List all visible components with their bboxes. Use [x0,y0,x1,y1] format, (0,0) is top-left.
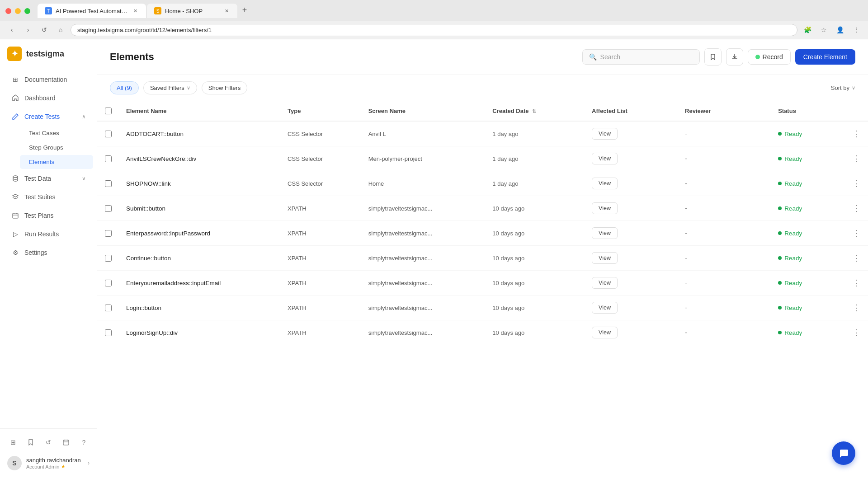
row-type: XPATH [280,271,361,295]
row-checkbox-7[interactable] [105,305,112,311]
profile-button[interactable]: 👤 [834,23,846,36]
tab-close-2[interactable]: ✕ [223,7,230,14]
view-affected-button[interactable]: View [592,277,618,289]
tab-active[interactable]: T AI Powered Test Automation P... ✕ [38,4,146,18]
row-more-button[interactable]: ⋮ [853,303,861,313]
user-info[interactable]: S sangith ravichandran Account Admin ★ › [7,456,90,470]
export-button[interactable] [726,48,743,66]
filter-all[interactable]: All (9) [110,81,139,94]
row-checkbox-2[interactable] [105,180,112,187]
row-created: 10 days ago [485,271,585,295]
view-affected-button[interactable]: View [592,302,618,314]
sidebar-sub-item-elements[interactable]: Elements [20,155,93,169]
col-header-element-name: Element Name [119,101,280,121]
view-affected-button[interactable]: View [592,178,618,189]
sidebar-sub-item-test-cases[interactable]: Test Cases [20,126,93,140]
row-more-button[interactable]: ⋮ [853,203,861,213]
address-bar[interactable]: staging.testsigma.com/groot/td/12/elemen… [71,24,797,36]
status-dot [778,256,782,260]
row-type: XPATH [280,246,361,271]
menu-button[interactable]: ⋮ [850,23,863,36]
traffic-light-yellow[interactable] [15,8,21,14]
traffic-light-green[interactable] [24,8,30,14]
row-checkbox-0[interactable] [105,131,112,137]
grid-view-icon[interactable]: ⊞ [7,436,19,449]
table-body: ADDTOCART::button CSS Selector Anvil L 1… [97,121,868,345]
status-dot [778,331,782,334]
row-more-button[interactable]: ⋮ [853,328,861,338]
row-checkbox-1[interactable] [105,155,112,162]
tab-title-2: Home - SHOP [165,8,219,14]
svg-rect-2 [63,440,69,445]
extensions-button[interactable]: 🧩 [801,23,814,36]
row-created: 10 days ago [485,196,585,221]
row-checkbox-8[interactable] [105,329,112,336]
row-more-button[interactable]: ⋮ [853,178,861,188]
select-all-checkbox[interactable] [105,108,112,114]
view-affected-button[interactable]: View [592,128,618,140]
sidebar-item-dashboard[interactable]: Dashboard [4,89,93,107]
row-more-button[interactable]: ⋮ [853,253,861,263]
table-header: Element Name Type Screen Name Created Da… [97,101,868,121]
help-icon[interactable]: ? [78,436,90,449]
forward-button[interactable]: › [22,23,34,36]
sidebar-item-create-tests[interactable]: Create Tests ∧ [4,108,93,126]
traffic-light-red[interactable] [5,8,11,14]
chat-fab-button[interactable] [832,441,855,465]
sidebar-item-test-plans[interactable]: Test Plans [4,206,93,225]
home-button[interactable]: ⌂ [54,23,67,36]
tab-shop[interactable]: S Home - SHOP ✕ [147,4,237,18]
col-header-type: Type [280,101,361,121]
row-checkbox-6[interactable] [105,280,112,286]
saved-filter-chevron: ∨ [187,85,190,91]
col-header-affected: Affected List [585,101,678,121]
search-bar[interactable]: 🔍 Search [582,49,700,65]
row-type: CSS Selector [280,121,361,146]
row-element-name: Submit::button [119,196,280,221]
back-button[interactable]: ‹ [5,23,18,36]
refresh-footer-icon[interactable]: ↺ [42,436,54,449]
row-more-button[interactable]: ⋮ [853,154,861,164]
bookmark-header-button[interactable] [704,48,722,66]
sidebar-item-run-results[interactable]: ▷ Run Results [4,225,93,243]
sidebar-item-settings[interactable]: ⚙ Settings [4,244,93,262]
row-actions-cell: ⋮ [845,221,868,246]
row-status: Ready [771,171,845,196]
database-icon [11,174,20,183]
row-actions-cell: ⋮ [845,171,868,196]
row-element-name: Login::button [119,295,280,320]
row-more-button[interactable]: ⋮ [853,278,861,288]
tab-close-1[interactable]: ✕ [132,7,139,14]
create-element-button[interactable]: Create Element [795,49,855,65]
row-checkbox-4[interactable] [105,230,112,237]
sidebar-item-test-data[interactable]: Test Data ∨ [4,169,93,188]
view-affected-button[interactable]: View [592,227,618,239]
row-checkbox-3[interactable] [105,205,112,212]
view-affected-button[interactable]: View [592,327,618,338]
bookmark-footer-icon[interactable] [25,436,36,449]
table-row: Enteryouremailaddress::inputEmail XPATH … [97,271,868,295]
filter-show[interactable]: Show Filters [202,81,248,94]
table-row: Login::button XPATH simplytraveltestsigm… [97,295,868,320]
row-checkbox-5[interactable] [105,255,112,262]
sidebar-sub-item-step-groups[interactable]: Step Groups [20,141,93,155]
view-affected-button[interactable]: View [592,202,618,214]
calendar-footer-icon[interactable] [61,436,72,449]
tab-title-1: AI Powered Test Automation P... [56,8,128,14]
table-row: Enterpassword::inputPassword XPATH simpl… [97,221,868,246]
row-checkbox-cell [97,196,119,221]
row-more-button[interactable]: ⋮ [853,228,861,238]
reload-button[interactable]: ↺ [38,23,51,36]
filter-saved[interactable]: Saved Filters ∨ [143,81,197,94]
new-tab-button[interactable]: + [238,4,251,16]
sort-by[interactable]: Sort by ∨ [831,84,855,91]
row-element-name: LoginorSignUp::div [119,320,280,345]
sidebar-item-test-suites[interactable]: Test Suites [4,188,93,206]
view-affected-button[interactable]: View [592,153,618,164]
bookmark-button[interactable]: ☆ [817,23,830,36]
record-button[interactable]: Record [748,49,791,65]
row-more-button[interactable]: ⋮ [853,129,861,139]
sidebar-item-documentation[interactable]: ⊞ Documentation [4,70,93,89]
table-row: ADDTOCART::button CSS Selector Anvil L 1… [97,121,868,146]
view-affected-button[interactable]: View [592,252,618,264]
